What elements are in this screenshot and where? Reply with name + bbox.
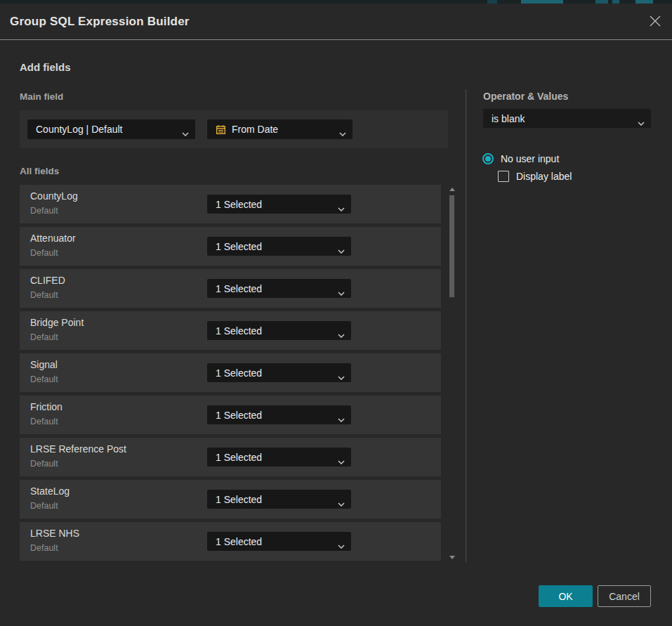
- field-row-countylog: CountyLog Default 1 Selected: [20, 185, 441, 223]
- scroll-down-arrow-icon[interactable]: [449, 556, 455, 559]
- chevron-down-icon: [339, 127, 346, 138]
- field-selected-value: 1 Selected: [216, 199, 262, 210]
- field-name: Signal: [30, 359, 58, 370]
- field-subtitle: Default: [30, 501, 58, 511]
- cancel-button[interactable]: Cancel: [598, 585, 651, 607]
- field-selected-value: 1 Selected: [216, 283, 262, 294]
- field-selected-dropdown[interactable]: 1 Selected: [207, 279, 351, 298]
- field-row-signal: Signal Default 1 Selected: [20, 353, 441, 392]
- field-selected-dropdown[interactable]: 1 Selected: [207, 405, 351, 424]
- add-fields-heading: Add fields: [20, 61, 71, 73]
- scrollbar-thumb[interactable]: [449, 195, 454, 297]
- main-layer-select[interactable]: CountyLog | Default: [27, 119, 195, 139]
- field-name: StateLog: [30, 485, 70, 497]
- field-subtitle: Default: [30, 332, 58, 342]
- field-name: Attenuator: [30, 233, 76, 244]
- chevron-down-icon: [338, 413, 345, 424]
- field-subtitle: Default: [30, 543, 58, 553]
- field-selected-value: 1 Selected: [216, 367, 262, 379]
- all-fields-label: All fields: [20, 166, 59, 176]
- chevron-down-icon: [338, 202, 345, 214]
- main-field-panel: CountyLog | Default From Date: [20, 110, 448, 148]
- field-selected-dropdown[interactable]: 1 Selected: [207, 490, 351, 509]
- dialog-title: Group SQL Expression Builder: [10, 4, 190, 39]
- field-selected-dropdown[interactable]: 1 Selected: [207, 363, 351, 382]
- field-subtitle: Default: [30, 290, 58, 300]
- main-field-select[interactable]: From Date: [207, 119, 353, 139]
- operator-select-value: is blank: [492, 113, 525, 124]
- chevron-down-icon: [638, 117, 645, 128]
- field-selected-dropdown[interactable]: 1 Selected: [207, 237, 351, 256]
- field-subtitle: Default: [30, 206, 58, 216]
- field-selected-value: 1 Selected: [216, 536, 262, 547]
- field-name: Bridge Point: [30, 317, 84, 328]
- field-selected-value: 1 Selected: [216, 325, 262, 337]
- checkbox-unchecked-icon: [498, 171, 509, 182]
- field-name: LRSE NHS: [30, 528, 79, 539]
- field-row-lrse-reference-post: LRSE Reference Post Default 1 Selected: [20, 438, 441, 476]
- display-label-checkbox[interactable]: Display label: [498, 171, 572, 182]
- field-name: CLIFED: [30, 275, 65, 286]
- field-row-clifed: CLIFED Default 1 Selected: [20, 269, 441, 308]
- main-layer-select-value: CountyLog | Default: [36, 124, 123, 135]
- scroll-up-arrow-icon[interactable]: [449, 188, 455, 191]
- field-selected-value: 1 Selected: [216, 452, 262, 463]
- chevron-down-icon: [338, 329, 345, 340]
- field-selected-value: 1 Selected: [216, 410, 262, 421]
- ok-button[interactable]: OK: [539, 585, 593, 607]
- fields-list-scrollbar: [447, 185, 456, 562]
- all-fields-list: CountyLog Default 1 Selected Attenuator …: [20, 185, 441, 564]
- field-row-bridge-point: Bridge Point Default 1 Selected: [20, 311, 441, 350]
- field-name: LRSE Reference Post: [30, 443, 126, 455]
- chevron-down-icon: [182, 127, 189, 138]
- operator-values-heading: Operator & Values: [483, 91, 568, 102]
- main-field-select-value: From Date: [232, 124, 278, 135]
- group-sql-expression-builder-dialog: Group SQL Expression Builder Add fields …: [0, 4, 672, 626]
- no-user-input-label: No user input: [501, 153, 559, 164]
- field-selected-dropdown[interactable]: 1 Selected: [207, 532, 351, 551]
- panel-divider: [466, 89, 466, 562]
- chevron-down-icon: [338, 287, 345, 298]
- field-row-attenuator: Attenuator Default 1 Selected: [20, 227, 441, 266]
- chevron-down-icon: [338, 540, 345, 551]
- field-name: Friction: [30, 401, 62, 412]
- chevron-down-icon: [338, 244, 345, 256]
- chevron-down-icon: [338, 371, 345, 382]
- chevron-down-icon: [338, 497, 345, 509]
- field-row-lrse-nhs: LRSE NHS Default 1 Selected: [20, 522, 441, 561]
- no-user-input-radio[interactable]: No user input: [482, 153, 559, 164]
- field-subtitle: Default: [30, 417, 58, 426]
- radio-selected-icon: [482, 153, 494, 164]
- field-selected-value: 1 Selected: [216, 494, 262, 505]
- field-selected-dropdown[interactable]: 1 Selected: [207, 321, 351, 340]
- close-icon[interactable]: [648, 14, 662, 28]
- operator-select[interactable]: is blank: [483, 109, 651, 128]
- field-subtitle: Default: [30, 374, 58, 384]
- field-selected-dropdown[interactable]: 1 Selected: [207, 195, 351, 214]
- field-subtitle: Default: [30, 459, 58, 469]
- chevron-down-icon: [338, 455, 345, 467]
- field-row-friction: Friction Default 1 Selected: [20, 396, 441, 434]
- field-subtitle: Default: [30, 248, 58, 258]
- calendar-icon: [216, 124, 226, 135]
- field-selected-dropdown[interactable]: 1 Selected: [207, 448, 351, 467]
- display-label-label: Display label: [516, 171, 572, 182]
- field-row-statelog: StateLog Default 1 Selected: [20, 480, 441, 519]
- field-selected-value: 1 Selected: [216, 241, 262, 252]
- main-field-label: Main field: [20, 91, 63, 102]
- field-name: CountyLog: [30, 190, 78, 202]
- dialog-header: Group SQL Expression Builder: [0, 4, 672, 40]
